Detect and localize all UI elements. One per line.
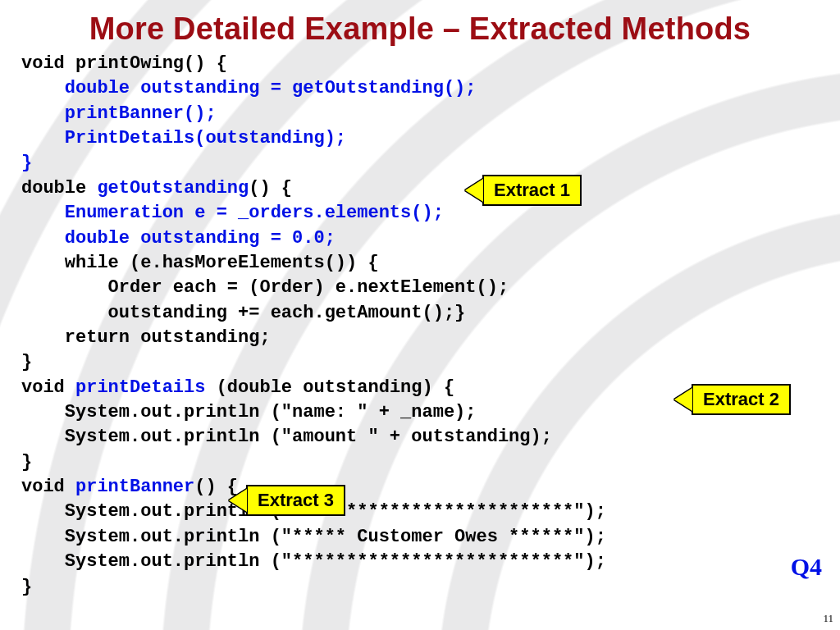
method-name: printBanner: [75, 477, 194, 497]
code-line: void printOwing() {: [21, 53, 227, 74]
code-line: while (e.hasMoreElements()) {: [21, 253, 379, 273]
code-line: void: [21, 377, 75, 398]
arrow-left-icon: [465, 179, 483, 202]
code-line: printBanner();: [21, 103, 217, 124]
code-line: Enumeration e = _orders.elements();: [21, 203, 444, 223]
arrow-left-icon: [674, 388, 692, 411]
code-line: }: [21, 153, 32, 173]
code-line: System.out.println ("name: " + _name);: [21, 402, 477, 422]
question-number: Q4: [791, 553, 822, 581]
method-name: printDetails: [75, 377, 205, 398]
callout-extract-2: Extract 2: [674, 384, 791, 415]
code-line: (double outstanding) {: [205, 377, 454, 398]
code-line: System.out.println ("***** Customer Owes…: [21, 527, 606, 547]
callout-label: Extract 3: [246, 485, 345, 516]
callout-extract-1: Extract 1: [465, 175, 582, 206]
arrow-left-icon: [229, 489, 247, 512]
callout-extract-3: Extract 3: [229, 485, 345, 516]
code-line: double outstanding = 0.0;: [21, 228, 336, 249]
code-line: }: [21, 452, 32, 472]
code-line: System.out.println ("amount " + outstand…: [21, 427, 552, 447]
code-line: double: [21, 178, 97, 199]
code-line: return outstanding;: [21, 327, 271, 348]
code-line: System.out.println ("*******************…: [21, 551, 606, 572]
method-name: getOutstanding: [97, 178, 249, 199]
code-block: void printOwing() { double outstanding =…: [0, 52, 840, 600]
code-line: Order each = (Order) e.nextElement();: [21, 277, 509, 298]
code-line: }: [21, 577, 32, 597]
code-line: double outstanding = getOutstanding();: [21, 78, 477, 98]
callout-label: Extract 1: [482, 175, 582, 206]
slide-title: More Detailed Example – Extracted Method…: [0, 0, 840, 52]
code-line: outstanding += each.getAmount();}: [21, 303, 465, 323]
code-line: void: [21, 477, 75, 497]
page-number: 11: [823, 612, 833, 625]
code-line: PrintDetails(outstanding);: [21, 128, 346, 148]
callout-label: Extract 2: [692, 384, 791, 415]
code-line: () {: [249, 178, 292, 199]
code-line: }: [21, 352, 32, 372]
